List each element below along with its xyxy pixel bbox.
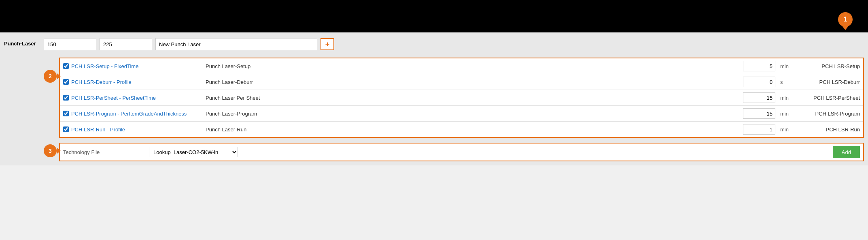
- bubble-2-indicator: 2: [44, 70, 57, 83]
- right-section: 2 PCH LSR-Setup - FixedTime Punch Laser-…: [44, 58, 864, 161]
- table-row: PCH LSR-Deburr - Profile Punch Laser-Deb…: [60, 74, 863, 90]
- row-2-checkbox-text: PCH LSR-PerSheet - PerSheetTime: [71, 95, 156, 101]
- bubble-1-label: 1: [844, 16, 847, 23]
- bubble-1-indicator: 1: [838, 12, 853, 27]
- punch-laser-label: Punch-Laser: [4, 38, 40, 47]
- row-2-checkbox[interactable]: [63, 95, 69, 101]
- row-3-checkbox-text: PCH LSR-Program - PerItemGradeAndThickne…: [71, 111, 187, 117]
- row-4-code: PCH LSR-Run: [795, 126, 860, 133]
- technology-file-label: Technology File: [63, 149, 144, 155]
- row-0-description: Punch Laser-Setup: [206, 63, 738, 69]
- row-4-value[interactable]: [743, 124, 775, 135]
- row-1-value[interactable]: [743, 77, 775, 87]
- row-1-code: PCH LSR-Deburr: [795, 79, 860, 85]
- row-1-checkbox[interactable]: [63, 79, 69, 85]
- row-4-checkbox-text: PCH LSR-Run - Profile: [71, 126, 125, 133]
- row-4-unit: min: [780, 126, 790, 133]
- bubble-3-indicator: 3: [44, 144, 57, 157]
- row-3-value[interactable]: [743, 108, 775, 119]
- bottom-wrapper: 3 Technology File Lookup_Laser-CO2-5KW-i…: [44, 140, 864, 161]
- name-input[interactable]: [155, 38, 317, 50]
- row-1-checkbox-label[interactable]: PCH LSR-Deburr - Profile: [63, 79, 201, 85]
- row-0-unit: min: [780, 63, 790, 69]
- rows-wrapper: 2 PCH LSR-Setup - FixedTime Punch Laser-…: [44, 58, 864, 138]
- header-inputs: +: [44, 38, 334, 50]
- data-rows-container: PCH LSR-Setup - FixedTime Punch Laser-Se…: [59, 58, 864, 138]
- row-0-checkbox-text: PCH LSR-Setup - FixedTime: [71, 63, 138, 69]
- row-3-checkbox[interactable]: [63, 111, 69, 116]
- technology-file-row: Technology File Lookup_Laser-CO2-5KW-in …: [59, 143, 864, 161]
- row-2-unit: min: [780, 95, 790, 101]
- table-row: PCH LSR-Run - Profile Punch Laser-Run mi…: [60, 122, 863, 137]
- bubble-3-label: 3: [49, 148, 52, 154]
- row-2-checkbox-label[interactable]: PCH LSR-PerSheet - PerSheetTime: [63, 95, 201, 101]
- bubble-2-label: 2: [49, 73, 52, 79]
- row-0-checkbox[interactable]: [63, 63, 69, 69]
- row-3-unit: min: [780, 111, 790, 117]
- row-1-description: Punch Laser-Deburr: [206, 79, 738, 85]
- row-3-checkbox-label[interactable]: PCH LSR-Program - PerItemGradeAndThickne…: [63, 111, 201, 117]
- row-4-description: Punch Laser-Run: [206, 126, 738, 133]
- row-0-checkbox-label[interactable]: PCH LSR-Setup - FixedTime: [63, 63, 201, 69]
- row-1-checkbox-text: PCH LSR-Deburr - Profile: [71, 79, 132, 85]
- technology-file-select[interactable]: Lookup_Laser-CO2-5KW-in Lookup_Laser-CO2…: [149, 147, 238, 157]
- table-row: PCH LSR-Program - PerItemGradeAndThickne…: [60, 106, 863, 122]
- add-green-button[interactable]: Add: [833, 146, 860, 158]
- table-row: PCH LSR-Setup - FixedTime Punch Laser-Se…: [60, 58, 863, 74]
- row-3-code: PCH LSR-Program: [795, 111, 860, 117]
- row-3-description: Punch Laser-Program: [206, 111, 738, 117]
- row-1-unit: s: [780, 79, 790, 85]
- input-225[interactable]: [100, 38, 152, 50]
- table-row: PCH LSR-PerSheet - PerSheetTime Punch La…: [60, 90, 863, 106]
- row-2-code: PCH LSR-PerSheet: [795, 95, 860, 101]
- input-150[interactable]: [44, 38, 96, 50]
- row-0-code: PCH LSR-Setup: [795, 63, 860, 69]
- row-0-value[interactable]: [743, 61, 775, 71]
- add-orange-button[interactable]: +: [320, 38, 334, 50]
- row-2-description: Punch Laser Per Sheet: [206, 95, 738, 101]
- row-2-value[interactable]: [743, 92, 775, 103]
- row-4-checkbox-label[interactable]: PCH LSR-Run - Profile: [63, 126, 201, 133]
- row-4-checkbox[interactable]: [63, 126, 69, 132]
